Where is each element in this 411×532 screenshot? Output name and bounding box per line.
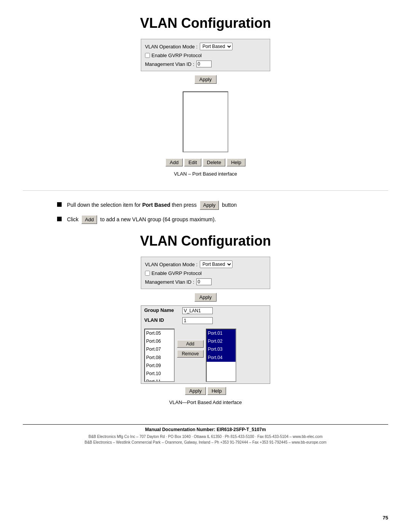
config-panel-1: VLAN Operation Mode : Port Based 802.1Q … — [141, 39, 270, 71]
vlan-id-value-cell — [179, 316, 270, 326]
footer: Manual Documentation Number: EIR618-2SFP… — [23, 424, 388, 445]
selected-port-item[interactable]: Port.04 — [207, 354, 236, 362]
port-add-button[interactable]: Add — [177, 340, 204, 348]
vlan-id-label: VLAN ID — [141, 316, 179, 326]
help-button-2[interactable]: Help — [207, 387, 226, 395]
op-mode-select-1[interactable]: Port Based 802.1Q — [200, 43, 233, 50]
vlan-action-buttons-1: Add Edit Delete Help — [166, 158, 245, 166]
add-inline-btn-2[interactable]: Add — [81, 215, 97, 224]
port-cell: Port.05Port.06Port.07Port.08Port.09Port.… — [141, 326, 270, 383]
available-port-item[interactable]: Port.11 — [145, 378, 174, 382]
selected-ports-list[interactable]: Port.01Port.02Port.03Port.04 — [206, 329, 236, 382]
available-port-item[interactable]: Port.06 — [145, 337, 174, 345]
apply-button-3[interactable]: Apply — [185, 387, 206, 395]
apply-inline-btn-1[interactable]: Apply — [200, 201, 219, 210]
available-port-item[interactable]: Port.05 — [145, 329, 174, 337]
available-port-item[interactable]: Port.08 — [145, 354, 174, 362]
bullet1-bold: Port Based — [142, 202, 170, 208]
section2-title: VLAN Configuration — [140, 233, 271, 249]
op-mode-select-2[interactable]: Port Based 802.1Q — [200, 260, 233, 268]
apply-button-2[interactable]: Apply — [194, 293, 217, 302]
group-name-row: Group Name — [141, 306, 270, 316]
add-button-1[interactable]: Add — [166, 158, 183, 166]
mgmt-vlan-input-2[interactable] — [196, 278, 212, 285]
vlan-listbox-1[interactable] — [183, 91, 228, 152]
section1-title: VLAN Configuration — [140, 15, 271, 31]
gvrp-checkbox-1[interactable] — [145, 53, 150, 58]
mgmt-vlan-input-1[interactable] — [196, 61, 212, 67]
gvrp-label-1: Enable GVRP Protocol — [151, 53, 202, 58]
group-name-value-cell — [179, 306, 270, 316]
bottom-buttons: Apply Help — [185, 387, 226, 395]
group-name-input[interactable] — [182, 307, 213, 314]
vlan-id-input[interactable] — [182, 317, 213, 324]
mgmt-vlan-label-1: Management Vlan ID : — [145, 61, 194, 67]
page-number: 75 — [383, 515, 388, 521]
bullet2-before: Click — [67, 216, 80, 222]
bullet-icon-1 — [57, 202, 62, 207]
bullet-text-1: Pull down the selection item for Port Ba… — [67, 201, 354, 210]
bullet1-after: then press — [172, 202, 198, 208]
footer-sub2: B&B Electronics – Westlink Commercial Pa… — [23, 439, 388, 445]
gvrp-checkbox-2[interactable] — [145, 271, 150, 276]
config-panel-2: VLAN Operation Mode : Port Based 802.1Q … — [141, 257, 270, 289]
selected-port-item[interactable]: Port.02 — [207, 337, 236, 345]
bullet1-end: button — [222, 202, 237, 208]
caption-1: VLAN – Port Based interface — [174, 171, 237, 177]
mgmt-vlan-label-2: Management Vlan ID : — [145, 279, 194, 285]
port-area: Port.05Port.06Port.07Port.08Port.09Port.… — [144, 329, 267, 382]
op-mode-label-2: VLAN Operation Mode : — [145, 262, 198, 267]
help-button-1[interactable]: Help — [227, 158, 245, 166]
add-interface-table: Group Name VLAN ID Port.05Port.06Port.07… — [141, 305, 270, 384]
port-row: Port.05Port.06Port.07Port.08Port.09Port.… — [141, 326, 270, 383]
section2-area: VLAN Operation Mode : Port Based 802.1Q … — [23, 257, 388, 413]
vlan-id-row: VLAN ID — [141, 316, 270, 326]
footer-sub1: B&B Electronics Mfg Co Inc – 707 Dayton … — [23, 434, 388, 439]
bullet-item-1: Pull down the selection item for Port Ba… — [57, 201, 354, 210]
caption-2: VLAN—Port Based Add interface — [169, 399, 242, 405]
selected-port-item[interactable]: Port.01 — [207, 329, 236, 337]
selected-port-item[interactable]: Port.03 — [207, 345, 236, 353]
bullet-section: Pull down the selection item for Port Ba… — [57, 201, 354, 229]
delete-button-1[interactable]: Delete — [203, 158, 226, 166]
port-transfer-buttons: Add Remove — [177, 329, 204, 358]
op-mode-label-1: VLAN Operation Mode : — [145, 44, 198, 50]
bullet-text-2: Click Add to add a new VLAN group (64 gr… — [67, 215, 354, 224]
apply-button-1[interactable]: Apply — [194, 75, 217, 84]
bullet-icon-2 — [57, 217, 62, 221]
available-port-item[interactable]: Port.10 — [145, 370, 174, 378]
edit-button-1[interactable]: Edit — [184, 158, 201, 166]
bullet2-after: to add a new VLAN group (64 groups maxim… — [100, 216, 216, 222]
available-port-item[interactable]: Port.09 — [145, 362, 174, 370]
group-name-label: Group Name — [141, 306, 179, 316]
bullet1-before: Pull down the selection item for — [67, 202, 142, 208]
available-port-item[interactable]: Port.07 — [145, 345, 174, 353]
footer-main: Manual Documentation Number: EIR618-2SFP… — [23, 427, 388, 432]
bullet-item-2: Click Add to add a new VLAN group (64 gr… — [57, 215, 354, 224]
port-remove-button[interactable]: Remove — [177, 350, 204, 358]
gvrp-label-2: Enable GVRP Protocol — [151, 270, 202, 276]
available-ports-list[interactable]: Port.05Port.06Port.07Port.08Port.09Port.… — [144, 329, 175, 382]
